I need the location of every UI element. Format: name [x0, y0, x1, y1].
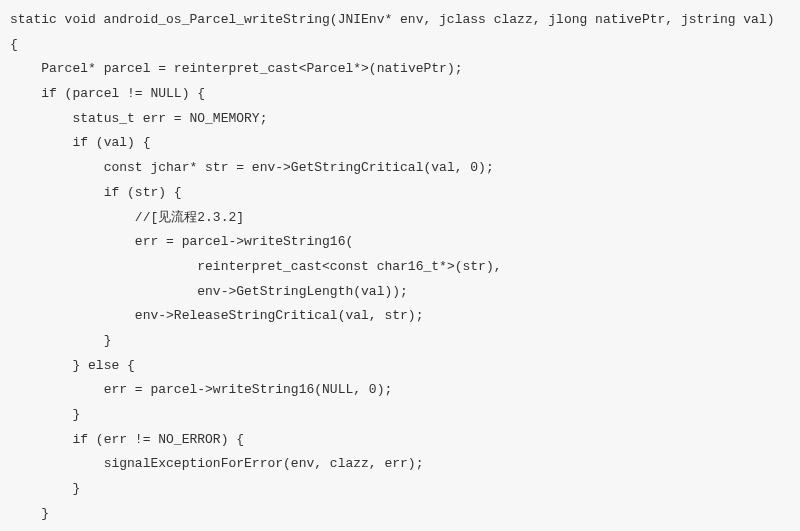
- code-block: static void android_os_Parcel_writeStrin…: [10, 8, 790, 531]
